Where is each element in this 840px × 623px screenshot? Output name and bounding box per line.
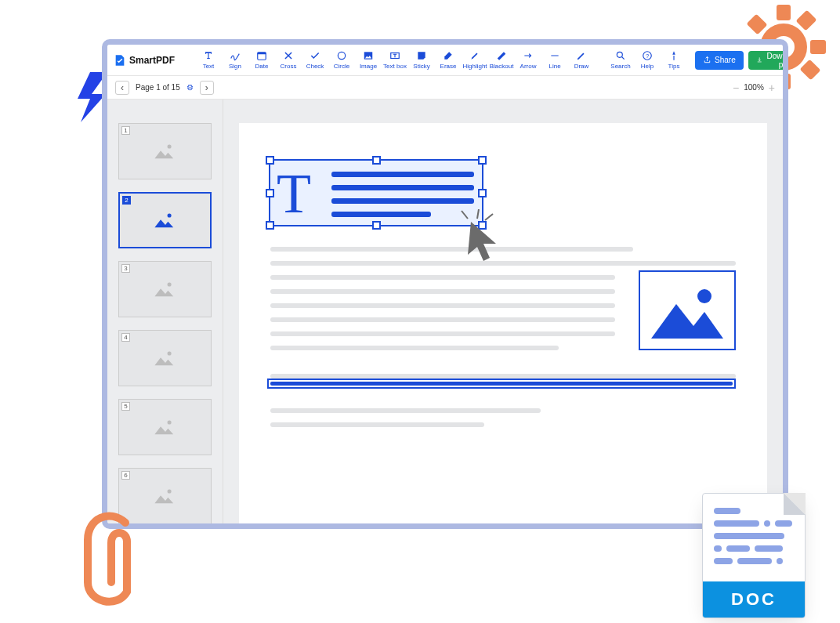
svg-point-27 [697, 289, 711, 303]
resize-handle[interactable] [372, 221, 381, 230]
tool-arrow[interactable]: Arrow [515, 50, 541, 70]
download-button[interactable]: Download pdf [748, 51, 788, 70]
tool-image[interactable]: Image [355, 50, 382, 70]
svg-point-15 [617, 52, 622, 57]
svg-point-19 [167, 214, 171, 218]
tool-textbox[interactable]: Text box [382, 50, 408, 70]
text-icon: T [277, 165, 325, 222]
canvas[interactable]: T [223, 100, 783, 523]
svg-point-21 [167, 352, 171, 356]
svg-point-22 [167, 421, 171, 425]
tool-highlight[interactable]: Highlight [462, 50, 488, 70]
thumbnail-panel: 1 2 3 4 5 6 [107, 100, 223, 523]
cursor-icon [457, 209, 504, 267]
svg-rect-8 [800, 60, 821, 81]
svg-line-25 [477, 209, 479, 219]
image-placeholder[interactable] [639, 270, 736, 350]
brand-label: SmartPDF [129, 55, 175, 66]
zoom-value: 100% [744, 83, 764, 92]
svg-rect-4 [810, 40, 826, 54]
tool-circle[interactable]: Circle [328, 50, 355, 70]
svg-text:?: ? [646, 53, 649, 60]
tool-blackout[interactable]: Blackout [488, 50, 515, 70]
toolbar: SmartPDF Text Sign Date Cross Check Circ… [107, 45, 783, 76]
resize-handle[interactable] [266, 189, 274, 197]
doc-file-icon: DOC [702, 493, 806, 618]
svg-rect-5 [796, 10, 817, 31]
line-annotation[interactable] [267, 379, 736, 389]
thumbnail[interactable]: 5 [118, 399, 212, 455]
tool-check[interactable]: Check [302, 50, 328, 70]
prev-page-button[interactable]: ‹ [115, 81, 129, 95]
svg-line-24 [462, 211, 468, 219]
svg-point-12 [338, 52, 345, 59]
thumbnail[interactable]: 3 [118, 261, 212, 317]
svg-point-23 [167, 490, 171, 494]
tool-date[interactable]: Date [248, 50, 275, 70]
svg-rect-7 [747, 14, 768, 35]
tool-sign[interactable]: Sign [222, 50, 248, 70]
svg-line-26 [485, 214, 493, 220]
paperclip-icon [71, 507, 165, 612]
tool-search[interactable]: Search [607, 50, 634, 70]
page-indicator: Page 1 of 15 [136, 83, 180, 92]
document-page: T [239, 123, 767, 523]
tool-group: Text Sign Date Cross Check Circle Image … [195, 50, 595, 70]
zoom-control: − 100% + [733, 81, 775, 94]
tool-tips[interactable]: Tips [661, 50, 687, 70]
next-page-button[interactable]: › [200, 81, 214, 95]
tool-sticky[interactable]: Sticky [408, 50, 435, 70]
resize-handle[interactable] [266, 156, 274, 165]
thumbnail[interactable]: 1 [118, 123, 212, 179]
thumbnail[interactable]: 2 [118, 192, 212, 248]
app-window: SmartPDF Text Sign Date Cross Check Circ… [102, 39, 788, 529]
brand: SmartPDF [114, 54, 175, 67]
text-selection-box[interactable]: T [269, 159, 483, 226]
resize-handle[interactable] [372, 156, 381, 165]
doc-label: DOC [703, 581, 805, 618]
resize-handle[interactable] [266, 221, 274, 230]
page-settings-icon[interactable]: ⚙ [186, 83, 194, 92]
tool-line[interactable]: Line [541, 50, 568, 70]
zoom-out-button[interactable]: − [733, 81, 739, 94]
resize-handle[interactable] [478, 189, 487, 197]
tool-text[interactable]: Text [195, 50, 222, 70]
svg-rect-11 [258, 53, 266, 54]
svg-point-18 [167, 145, 171, 149]
tool-erase[interactable]: Erase [435, 50, 462, 70]
share-button[interactable]: Share [695, 51, 744, 70]
zoom-in-button[interactable]: + [769, 81, 775, 94]
thumbnail[interactable]: 4 [118, 330, 212, 386]
tool-cross[interactable]: Cross [275, 50, 302, 70]
tool-draw[interactable]: Draw [568, 50, 595, 70]
resize-handle[interactable] [478, 156, 487, 165]
svg-rect-1 [777, 5, 791, 20]
svg-point-20 [167, 283, 171, 287]
tool-help[interactable]: ?Help [634, 50, 661, 70]
